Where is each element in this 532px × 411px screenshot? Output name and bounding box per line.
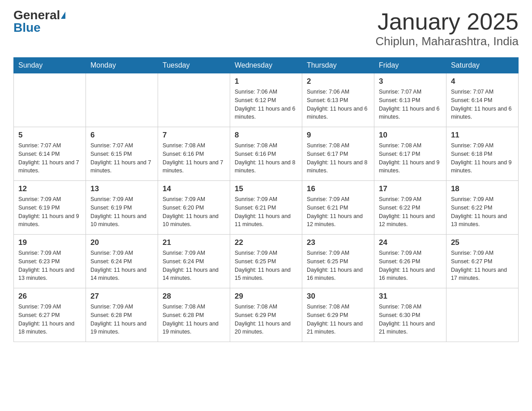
calendar-week-row: 12Sunrise: 7:09 AMSunset: 6:19 PMDayligh… xyxy=(14,181,519,235)
calendar-cell: 22Sunrise: 7:09 AMSunset: 6:25 PMDayligh… xyxy=(230,235,302,288)
day-info: Sunrise: 7:06 AMSunset: 6:13 PMDaylight:… xyxy=(307,88,369,121)
day-info: Sunrise: 7:09 AMSunset: 6:19 PMDaylight:… xyxy=(18,195,81,229)
calendar-header-sunday: Sunday xyxy=(14,58,86,73)
day-number: 11 xyxy=(451,131,514,140)
calendar-cell xyxy=(446,288,518,342)
day-info: Sunrise: 7:06 AMSunset: 6:12 PMDaylight:… xyxy=(235,88,297,121)
day-info: Sunrise: 7:08 AMSunset: 6:30 PMDaylight:… xyxy=(379,303,442,336)
day-number: 25 xyxy=(451,238,514,247)
calendar-week-row: 26Sunrise: 7:09 AMSunset: 6:27 PMDayligh… xyxy=(14,288,519,342)
day-number: 17 xyxy=(379,184,442,193)
day-number: 13 xyxy=(90,184,153,193)
calendar-cell: 7Sunrise: 7:08 AMSunset: 6:16 PMDaylight… xyxy=(158,127,230,181)
calendar-cell: 11Sunrise: 7:09 AMSunset: 6:18 PMDayligh… xyxy=(446,127,518,181)
day-number: 8 xyxy=(235,131,297,140)
day-number: 24 xyxy=(379,238,442,247)
logo-blue-text: Blue xyxy=(13,21,41,34)
calendar-cell: 10Sunrise: 7:08 AMSunset: 6:17 PMDayligh… xyxy=(374,127,446,181)
calendar-cell: 18Sunrise: 7:09 AMSunset: 6:22 PMDayligh… xyxy=(446,181,518,235)
day-info: Sunrise: 7:09 AMSunset: 6:25 PMDaylight:… xyxy=(235,249,297,283)
day-number: 31 xyxy=(379,292,442,301)
calendar-header-tuesday: Tuesday xyxy=(158,58,230,73)
day-number: 16 xyxy=(307,184,369,193)
calendar-header-monday: Monday xyxy=(86,58,158,73)
day-info: Sunrise: 7:08 AMSunset: 6:17 PMDaylight:… xyxy=(379,141,442,175)
day-info: Sunrise: 7:09 AMSunset: 6:26 PMDaylight:… xyxy=(379,249,442,283)
calendar-cell: 1Sunrise: 7:06 AMSunset: 6:12 PMDaylight… xyxy=(230,73,302,127)
calendar-cell: 8Sunrise: 7:08 AMSunset: 6:16 PMDaylight… xyxy=(230,127,302,181)
calendar-cell: 4Sunrise: 7:07 AMSunset: 6:14 PMDaylight… xyxy=(446,73,518,127)
calendar-header: SundayMondayTuesdayWednesdayThursdayFrid… xyxy=(14,58,519,73)
calendar-cell xyxy=(14,73,86,127)
day-info: Sunrise: 7:09 AMSunset: 6:23 PMDaylight:… xyxy=(18,249,81,283)
day-info: Sunrise: 7:07 AMSunset: 6:13 PMDaylight:… xyxy=(379,88,442,121)
logo-general-text: General xyxy=(13,9,60,21)
calendar-cell: 16Sunrise: 7:09 AMSunset: 6:21 PMDayligh… xyxy=(302,181,374,235)
day-info: Sunrise: 7:09 AMSunset: 6:20 PMDaylight:… xyxy=(163,195,225,229)
calendar-cell: 15Sunrise: 7:09 AMSunset: 6:21 PMDayligh… xyxy=(230,181,302,235)
page-header: General Blue January 2025 Chiplun, Mahar… xyxy=(13,9,519,48)
day-info: Sunrise: 7:09 AMSunset: 6:24 PMDaylight:… xyxy=(90,249,153,283)
calendar-week-row: 5Sunrise: 7:07 AMSunset: 6:14 PMDaylight… xyxy=(14,127,519,181)
calendar-cell: 5Sunrise: 7:07 AMSunset: 6:14 PMDaylight… xyxy=(14,127,86,181)
day-number: 23 xyxy=(307,238,369,247)
day-number: 5 xyxy=(18,131,81,140)
calendar-cell: 13Sunrise: 7:09 AMSunset: 6:19 PMDayligh… xyxy=(86,181,158,235)
day-info: Sunrise: 7:09 AMSunset: 6:21 PMDaylight:… xyxy=(235,195,297,229)
month-title: January 2025 xyxy=(376,9,519,34)
calendar-header-thursday: Thursday xyxy=(302,58,374,73)
day-number: 26 xyxy=(18,292,81,301)
calendar-header-wednesday: Wednesday xyxy=(230,58,302,73)
day-number: 22 xyxy=(235,238,297,247)
day-info: Sunrise: 7:09 AMSunset: 6:27 PMDaylight:… xyxy=(18,303,81,336)
calendar-cell: 17Sunrise: 7:09 AMSunset: 6:22 PMDayligh… xyxy=(374,181,446,235)
day-info: Sunrise: 7:08 AMSunset: 6:29 PMDaylight:… xyxy=(307,303,369,336)
day-number: 1 xyxy=(235,77,297,86)
calendar-cell: 28Sunrise: 7:08 AMSunset: 6:28 PMDayligh… xyxy=(158,288,230,342)
calendar-cell: 26Sunrise: 7:09 AMSunset: 6:27 PMDayligh… xyxy=(14,288,86,342)
calendar-table: SundayMondayTuesdayWednesdayThursdayFrid… xyxy=(13,57,519,342)
day-info: Sunrise: 7:08 AMSunset: 6:16 PMDaylight:… xyxy=(163,141,225,175)
day-info: Sunrise: 7:07 AMSunset: 6:14 PMDaylight:… xyxy=(451,88,514,121)
logo-triangle-icon xyxy=(61,12,65,19)
calendar-week-row: 19Sunrise: 7:09 AMSunset: 6:23 PMDayligh… xyxy=(14,235,519,288)
calendar-week-row: 1Sunrise: 7:06 AMSunset: 6:12 PMDaylight… xyxy=(14,73,519,127)
calendar-cell: 23Sunrise: 7:09 AMSunset: 6:25 PMDayligh… xyxy=(302,235,374,288)
day-info: Sunrise: 7:09 AMSunset: 6:18 PMDaylight:… xyxy=(451,141,514,175)
day-info: Sunrise: 7:09 AMSunset: 6:21 PMDaylight:… xyxy=(307,195,369,229)
day-number: 12 xyxy=(18,184,81,193)
day-info: Sunrise: 7:09 AMSunset: 6:22 PMDaylight:… xyxy=(451,195,514,229)
day-info: Sunrise: 7:07 AMSunset: 6:15 PMDaylight:… xyxy=(90,141,153,175)
day-number: 3 xyxy=(379,77,442,86)
day-number: 15 xyxy=(235,184,297,193)
day-number: 2 xyxy=(307,77,369,86)
day-number: 9 xyxy=(307,131,369,140)
calendar-cell: 25Sunrise: 7:09 AMSunset: 6:27 PMDayligh… xyxy=(446,235,518,288)
calendar-header-saturday: Saturday xyxy=(446,58,518,73)
day-number: 7 xyxy=(163,131,225,140)
day-number: 18 xyxy=(451,184,514,193)
calendar-cell: 6Sunrise: 7:07 AMSunset: 6:15 PMDaylight… xyxy=(86,127,158,181)
day-info: Sunrise: 7:08 AMSunset: 6:29 PMDaylight:… xyxy=(235,303,297,336)
day-number: 20 xyxy=(90,238,153,247)
calendar-cell: 27Sunrise: 7:09 AMSunset: 6:28 PMDayligh… xyxy=(86,288,158,342)
calendar-cell xyxy=(158,73,230,127)
day-info: Sunrise: 7:08 AMSunset: 6:28 PMDaylight:… xyxy=(163,303,225,336)
day-number: 10 xyxy=(379,131,442,140)
logo: General Blue xyxy=(13,9,65,34)
day-info: Sunrise: 7:09 AMSunset: 6:24 PMDaylight:… xyxy=(163,249,225,283)
calendar-cell: 29Sunrise: 7:08 AMSunset: 6:29 PMDayligh… xyxy=(230,288,302,342)
day-info: Sunrise: 7:08 AMSunset: 6:16 PMDaylight:… xyxy=(235,141,297,175)
day-info: Sunrise: 7:09 AMSunset: 6:27 PMDaylight:… xyxy=(451,249,514,283)
day-number: 4 xyxy=(451,77,514,86)
calendar-cell: 14Sunrise: 7:09 AMSunset: 6:20 PMDayligh… xyxy=(158,181,230,235)
calendar-cell: 19Sunrise: 7:09 AMSunset: 6:23 PMDayligh… xyxy=(14,235,86,288)
calendar-cell: 9Sunrise: 7:08 AMSunset: 6:17 PMDaylight… xyxy=(302,127,374,181)
day-number: 21 xyxy=(163,238,225,247)
day-number: 28 xyxy=(163,292,225,301)
calendar-cell: 3Sunrise: 7:07 AMSunset: 6:13 PMDaylight… xyxy=(374,73,446,127)
day-info: Sunrise: 7:09 AMSunset: 6:28 PMDaylight:… xyxy=(90,303,153,336)
calendar-cell xyxy=(86,73,158,127)
day-number: 14 xyxy=(163,184,225,193)
calendar-cell: 24Sunrise: 7:09 AMSunset: 6:26 PMDayligh… xyxy=(374,235,446,288)
